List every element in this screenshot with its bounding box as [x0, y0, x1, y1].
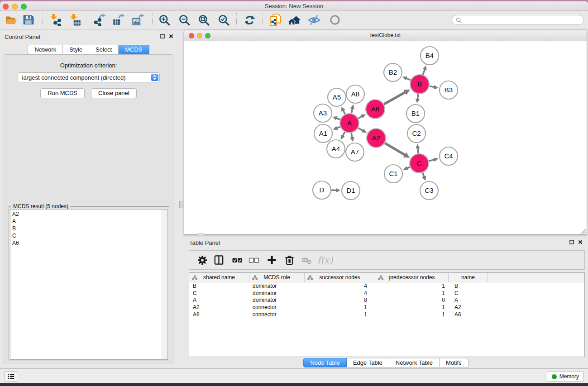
- mcds-result-item[interactable]: A: [10, 218, 167, 225]
- mcds-tab-content: Optimization criterion: largest connecte…: [4, 54, 173, 363]
- table-settings-button[interactable]: [194, 252, 210, 268]
- graph-node-label: A7: [351, 148, 359, 156]
- network-view-window: testGlobe.txt B4B2BB3A8A5A6A3B1AA1C2A2A4…: [184, 30, 587, 235]
- table-cell: connector: [249, 311, 305, 318]
- zoom-out-button[interactable]: [176, 12, 192, 28]
- memory-button[interactable]: Memory: [547, 371, 584, 382]
- tab-network-table[interactable]: Network Table: [389, 358, 440, 367]
- delete-column-button[interactable]: [281, 252, 298, 268]
- mcds-result-item[interactable]: A6: [10, 239, 167, 247]
- table-row[interactable]: A6connector11A6: [189, 311, 584, 318]
- criterion-select[interactable]: largest connected component (directed): [18, 72, 160, 82]
- open-session-button[interactable]: [3, 12, 19, 28]
- network-canvas[interactable]: B4B2BB3A8A5A6A3B1AA1C2A2A4A7C4CC1C3DD1: [184, 41, 587, 234]
- mcds-result-item[interactable]: A2: [10, 210, 167, 218]
- list-scrollbar[interactable]: [162, 210, 167, 359]
- graph-edge-arrowhead: [416, 144, 420, 148]
- main-window: Session: New Session: [0, 1, 588, 384]
- close-panel-icon[interactable]: [578, 240, 583, 244]
- mcds-result-box: MCDS result (5 nodes) A2ABCA6: [9, 206, 169, 361]
- search-box[interactable]: [452, 15, 584, 25]
- column-header-shared-name[interactable]: shared name: [189, 273, 249, 282]
- import-network-button[interactable]: [47, 12, 63, 28]
- horizontal-divider-grip[interactable]: [198, 234, 204, 236]
- graph-node-label: A4: [332, 145, 340, 152]
- tab-node-table[interactable]: Node Table: [303, 358, 347, 367]
- import-table-button[interactable]: [67, 12, 83, 28]
- column-type-icon: [252, 275, 258, 280]
- create-column-button[interactable]: [263, 252, 280, 268]
- refresh-icon: [244, 14, 256, 26]
- close-panel-icon[interactable]: [169, 34, 173, 38]
- select-stepper-icon: [151, 74, 158, 81]
- table-row[interactable]: A2connector11A2: [189, 304, 584, 311]
- graph-node-label: C2: [412, 129, 421, 137]
- task-history-button[interactable]: [5, 371, 17, 382]
- table-cell: 1: [375, 311, 449, 318]
- hide-panel-button[interactable]: [306, 12, 322, 28]
- tab-edge-table[interactable]: Edge Table: [347, 358, 389, 367]
- network-close-traffic-light[interactable]: [189, 33, 194, 38]
- column-header-mcds-role[interactable]: MCDS role: [249, 273, 305, 282]
- graph-edge-A6-B[interactable]: [384, 92, 406, 104]
- unselect-all-columns-button[interactable]: [245, 252, 262, 268]
- select-all-columns-button[interactable]: [229, 252, 245, 268]
- optimization-criterion-label: Optimization criterion:: [4, 62, 173, 69]
- show-panel-button[interactable]: [327, 12, 343, 28]
- graph-edge-B-B4[interactable]: [423, 69, 425, 75]
- network-snapshot-button[interactable]: [268, 12, 284, 28]
- table-cell: dominator: [249, 290, 305, 296]
- column-header-name[interactable]: name: [449, 273, 488, 282]
- graph-edge-C-C4[interactable]: [429, 159, 435, 161]
- mcds-result-item[interactable]: B: [10, 225, 167, 232]
- export-image-button[interactable]: [130, 12, 146, 28]
- graph-node-label: A1: [319, 129, 327, 137]
- list-icon: [7, 373, 15, 380]
- panel-divider-grip[interactable]: [179, 201, 183, 208]
- function-builder-button[interactable]: f(x): [317, 255, 333, 266]
- graph-edge-A2-C[interactable]: [385, 143, 406, 155]
- toolbar-separator: [89, 13, 89, 27]
- save-session-button[interactable]: [20, 12, 37, 28]
- tab-motifs[interactable]: Motifs: [440, 358, 468, 367]
- column-header-successor-nodes[interactable]: successor nodes: [305, 273, 375, 282]
- table-row[interactable]: Bdominator41B: [189, 282, 584, 290]
- zoom-in-button[interactable]: [156, 12, 172, 28]
- network-snapshot-icon: [269, 13, 282, 27]
- refresh-button[interactable]: [241, 12, 258, 28]
- node-table: shared name MCDS role: [189, 272, 585, 357]
- graph-edge-A-A2[interactable]: [358, 128, 363, 131]
- export-table-button[interactable]: [110, 12, 127, 28]
- table-cell: B: [449, 283, 488, 289]
- mcds-result-item[interactable]: C: [10, 232, 167, 239]
- network-minimize-traffic-light[interactable]: [197, 33, 202, 38]
- tab-style[interactable]: Style: [63, 45, 89, 54]
- export-network-button[interactable]: [91, 12, 108, 28]
- zoom-selected-button[interactable]: [215, 12, 232, 28]
- column-header-predecessor-nodes[interactable]: predecessor nodes: [375, 273, 449, 282]
- resize-grip-icon[interactable]: [579, 227, 586, 234]
- graph-node-label: C1: [389, 170, 397, 177]
- graph-edge-arrowhead: [336, 188, 340, 193]
- network-window-titlebar[interactable]: testGlobe.txt: [184, 30, 587, 41]
- search-input[interactable]: [464, 17, 580, 23]
- graph-node-label: D1: [346, 186, 355, 194]
- delete-table-button[interactable]: [298, 252, 315, 268]
- tab-mcds[interactable]: MCDS: [119, 45, 149, 54]
- show-columns-button[interactable]: [210, 252, 227, 268]
- desktop: Session: New Session: [0, 0, 588, 386]
- float-panel-icon[interactable]: [569, 240, 574, 244]
- zoom-fit-button[interactable]: [196, 12, 212, 28]
- close-panel-button[interactable]: Close panel: [91, 88, 137, 98]
- table-row[interactable]: Cdominator41C: [189, 290, 584, 297]
- float-panel-icon[interactable]: [160, 34, 165, 38]
- network-zoom-traffic-light[interactable]: [205, 33, 210, 38]
- home-button[interactable]: [287, 12, 303, 28]
- run-mcds-button[interactable]: Run MCDS: [40, 88, 85, 98]
- table-row[interactable]: Adominator80A: [189, 296, 584, 304]
- memory-status-dot: [552, 374, 557, 379]
- tab-select[interactable]: Select: [89, 45, 119, 54]
- table-header: shared name MCDS role: [189, 273, 584, 282]
- table-cell: C: [189, 290, 249, 296]
- tab-network[interactable]: Network: [28, 45, 63, 54]
